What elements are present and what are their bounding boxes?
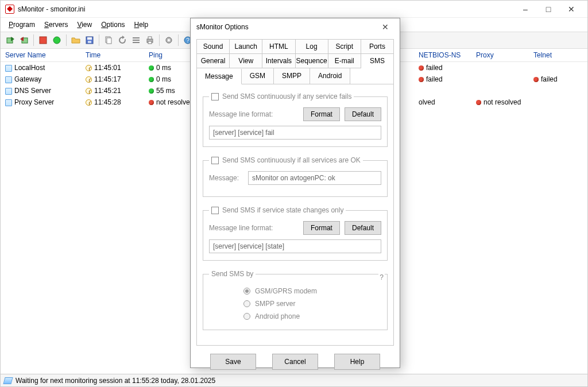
input-msg-format-1[interactable] xyxy=(209,126,381,140)
svg-rect-10 xyxy=(133,40,140,41)
svg-rect-14 xyxy=(148,41,152,44)
clock-icon xyxy=(86,88,92,94)
col-netbios[interactable]: NETBIOS-NS xyxy=(414,49,471,62)
radio-android[interactable] xyxy=(243,313,250,320)
tb-copy-icon[interactable] xyxy=(102,34,115,47)
tab-script[interactable]: Script xyxy=(328,40,361,54)
tb-settings-icon[interactable] xyxy=(163,34,175,47)
clock-icon xyxy=(86,65,92,71)
radio-smpp[interactable] xyxy=(243,300,250,307)
subtab-gsm[interactable]: GSM xyxy=(242,68,274,84)
status-dot xyxy=(476,100,481,105)
svg-rect-5 xyxy=(87,37,92,40)
tab-intervals[interactable]: Intervals xyxy=(262,54,295,68)
chk-send-ok[interactable] xyxy=(211,157,219,164)
col-telnet[interactable]: Telnet xyxy=(529,49,587,62)
server-icon xyxy=(5,76,12,83)
tab-sound[interactable]: Sound xyxy=(197,40,230,54)
svg-rect-9 xyxy=(133,37,140,38)
tb-refresh-icon[interactable] xyxy=(116,34,129,47)
menu-view[interactable]: View xyxy=(74,20,95,30)
tb-open-icon[interactable] xyxy=(69,34,82,47)
minimize-button[interactable]: – xyxy=(514,1,537,17)
status-dot xyxy=(533,77,539,82)
lbl-msg-2: Message: xyxy=(209,174,243,182)
btn-format-1[interactable]: Format xyxy=(303,107,340,121)
group-send-fail: Send SMS continuously if any service fai… xyxy=(203,92,388,147)
dialog-tabs: SoundLaunchHTMLLogScriptPorts GeneralVie… xyxy=(196,39,394,68)
menu-help[interactable]: Help xyxy=(131,20,152,30)
tab-html[interactable]: HTML xyxy=(262,40,295,54)
group-send-ok: Send SMS continuously if all services ar… xyxy=(203,156,388,197)
subtab-smpp[interactable]: SMPP xyxy=(274,68,310,84)
tb-import-icon[interactable] xyxy=(4,34,17,47)
clock-icon xyxy=(86,99,92,106)
svg-text:?: ? xyxy=(186,37,189,44)
menu-servers[interactable]: Servers xyxy=(41,20,71,30)
help-button[interactable]: Help xyxy=(334,354,380,370)
window-title: sMonitor - smonitor.ini xyxy=(18,5,85,13)
btn-format-3[interactable]: Format xyxy=(303,221,340,235)
options-dialog: sMonitor Options ✕ SoundLaunchHTMLLogScr… xyxy=(190,18,400,368)
svg-rect-2 xyxy=(40,37,47,44)
tb-stop-icon[interactable] xyxy=(37,34,49,47)
group-send-change: Send SMS if service state changes only M… xyxy=(203,206,388,261)
dialog-footer: Save Cancel Help xyxy=(196,346,394,379)
tab-general[interactable]: General xyxy=(197,54,230,68)
maximize-button[interactable]: □ xyxy=(537,1,560,17)
cancel-button[interactable]: Cancel xyxy=(272,354,318,370)
dialog-title: sMonitor Options xyxy=(196,23,249,31)
svg-rect-11 xyxy=(133,42,140,43)
input-msg-2[interactable] xyxy=(248,171,381,185)
server-icon xyxy=(5,88,12,95)
dialog-close-button[interactable]: ✕ xyxy=(377,18,394,36)
col-time[interactable]: Time xyxy=(81,49,144,62)
tb-export-icon[interactable] xyxy=(18,34,30,47)
server-icon xyxy=(5,65,12,72)
tb-print-icon[interactable] xyxy=(144,34,156,47)
menu-program[interactable]: Program xyxy=(5,20,38,30)
tab-sequence[interactable]: Sequence xyxy=(296,54,328,68)
tab-panel-message: Send SMS continuously if any service fai… xyxy=(196,84,394,346)
status-dot xyxy=(149,100,154,105)
input-msg-format-3[interactable] xyxy=(209,239,381,253)
btn-default-1[interactable]: Default xyxy=(345,107,381,121)
tab-view[interactable]: View xyxy=(230,54,262,68)
chk-send-change[interactable] xyxy=(211,207,219,214)
svg-rect-8 xyxy=(107,38,111,44)
subtab-android[interactable]: Android xyxy=(310,68,350,84)
title-bar: sMonitor - smonitor.ini – □ ✕ xyxy=(1,1,587,18)
close-button[interactable]: ✕ xyxy=(560,1,583,17)
tab-e-mail[interactable]: E-mail xyxy=(328,54,361,68)
status-dot xyxy=(149,88,154,94)
status-text: Waiting for next monitoring session at 1… xyxy=(16,377,215,385)
tb-save-icon[interactable] xyxy=(83,34,96,47)
tab-log[interactable]: Log xyxy=(296,40,328,54)
server-icon xyxy=(5,99,12,106)
tab-ports[interactable]: Ports xyxy=(361,40,393,54)
save-button[interactable]: Save xyxy=(210,354,256,370)
status-dot xyxy=(419,77,424,82)
tab-launch[interactable]: Launch xyxy=(230,40,262,54)
menu-options[interactable]: Options xyxy=(98,20,128,30)
status-icon xyxy=(3,377,13,384)
status-dot xyxy=(149,65,154,71)
help-icon[interactable]: ? xyxy=(378,273,385,281)
svg-point-16 xyxy=(168,39,170,41)
svg-rect-13 xyxy=(148,37,152,39)
subtab-message[interactable]: Message xyxy=(197,69,242,84)
col-proxy[interactable]: Proxy xyxy=(471,49,529,62)
tab-sms[interactable]: SMS xyxy=(361,54,393,68)
tb-play-icon[interactable] xyxy=(51,34,63,47)
lbl-msg-format-1: Message line format: xyxy=(209,110,273,118)
group-send-by: Send SMS by ? GSM/GPRS modem SMPP server… xyxy=(203,270,388,330)
status-dot xyxy=(149,77,154,82)
svg-point-3 xyxy=(53,37,60,44)
radio-gsm[interactable] xyxy=(243,288,250,295)
col-server-name[interactable]: Server Name xyxy=(1,49,81,62)
tb-list-icon[interactable] xyxy=(130,34,142,47)
lbl-msg-format-3: Message line format: xyxy=(209,224,273,232)
btn-default-3[interactable]: Default xyxy=(345,221,381,235)
main-window: sMonitor - smonitor.ini – □ ✕ Program Se… xyxy=(0,0,588,387)
chk-send-fail[interactable] xyxy=(211,93,219,100)
